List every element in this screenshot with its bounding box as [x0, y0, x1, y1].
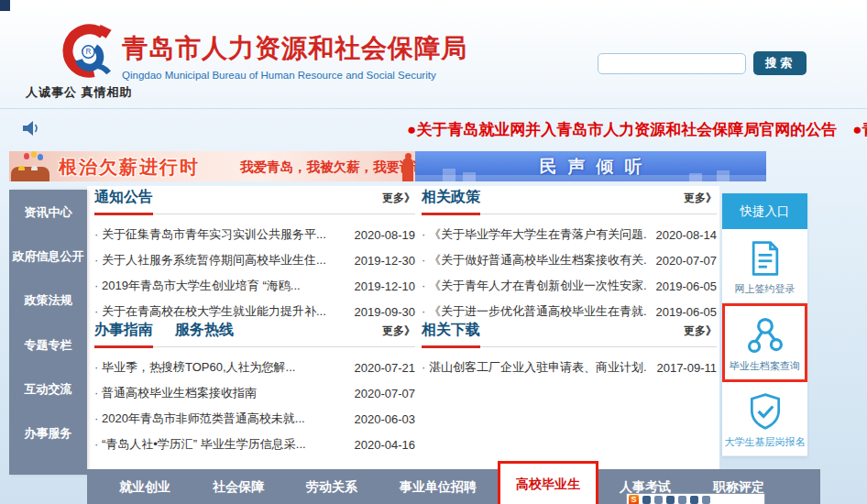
- article-link[interactable]: 关于人社服务系统暂停期间高校毕业生住...: [94, 252, 346, 268]
- notices-list: 关于征集青岛市青年实习实训公共服务平... 2020-08-19 关于人社服务系…: [94, 222, 415, 324]
- ime-icon: [702, 496, 710, 504]
- article-link[interactable]: 普通高校毕业生档案接收指南: [94, 385, 346, 401]
- list-item: 关于征集青岛市青年实习实训公共服务平... 2020-08-19: [94, 222, 415, 247]
- policies-more-link[interactable]: 更多》: [684, 191, 717, 206]
- article-link[interactable]: 毕业季，热搜榜TOP60,人社为您解...: [94, 359, 346, 376]
- notices-more-link[interactable]: 更多》: [382, 191, 415, 206]
- skyline-illustration: [717, 170, 730, 181]
- page: R 青岛市人力资源和社会保障局 Qingdao Municipal Bureau…: [0, 0, 867, 504]
- article-date: 2019-06-05: [656, 279, 718, 293]
- article-date: 2017-09-11: [656, 361, 717, 375]
- balloon-icon: [24, 153, 29, 159]
- downloads-more-link[interactable]: 更多》: [684, 323, 717, 339]
- list-item: 关于人社服务系统暂停期间高校毕业生住... 2019-12-30: [94, 247, 415, 273]
- bottom-nav-tab[interactable]: 就业创业: [98, 469, 192, 504]
- article-date: 2019-06-05: [656, 305, 718, 319]
- article-link[interactable]: 关于在青高校在校大学生就业能力提升补...: [94, 303, 346, 320]
- article-link[interactable]: 《关于做好普通高校毕业生档案接收有关...: [422, 252, 647, 268]
- ime-icon: [642, 496, 651, 504]
- article-link[interactable]: 关于征集青岛市青年实习实训公共服务平...: [94, 226, 346, 243]
- list-item: 《关于毕业学年大学生在青落户有关问题... 2020-08-14: [422, 222, 717, 247]
- ticker-text[interactable]: ●关于青岛就业网并入青岛市人力资源和社会保障局官网的公告 ●青岛人社部门开展投: [407, 119, 867, 140]
- sidebar-item[interactable]: 互动交流: [9, 381, 87, 398]
- list-item: 毕业季，热搜榜TOP60,人社为您解... 2020-07-21: [94, 355, 415, 380]
- skyline-illustration: [463, 172, 476, 181]
- ime-icon: [678, 496, 686, 504]
- sidebar-item[interactable]: 办事服务: [9, 425, 87, 442]
- bottom-nav-tab[interactable]: 高校毕业生: [498, 461, 598, 504]
- divider: [94, 214, 415, 214]
- article-date: 2020-08-14: [656, 228, 718, 242]
- quick-entry-title[interactable]: 快捷入口: [722, 193, 807, 229]
- ime-icon: [666, 496, 675, 504]
- balloon-icon: [31, 151, 37, 158]
- banner-left-subtitle: 我爱青岛，我被欠薪，我要说话: [240, 159, 415, 176]
- article-link[interactable]: 《关于毕业学年大学生在青落户有关问题...: [422, 226, 647, 243]
- banner: 根治欠薪进行时 我爱青岛，我被欠薪，我要说话 民声倾听: [9, 151, 766, 181]
- sidebar-item[interactable]: 资讯中心: [9, 204, 87, 221]
- list-item: 普通高校毕业生档案接收指南 2020-07-07: [94, 380, 415, 406]
- quick-item-grassroots-registration[interactable]: 大学生基层岗报名: [722, 382, 807, 456]
- site-subtitle: Qingdao Municipal Bureau of Human Resour…: [122, 70, 467, 81]
- divider: [422, 214, 717, 214]
- article-date: 2019-09-30: [355, 305, 416, 319]
- quick-item-online-signing[interactable]: 网上签约登录: [722, 229, 807, 303]
- voice-banner[interactable]: 民声倾听: [415, 151, 766, 181]
- shield-check-icon: [745, 391, 785, 432]
- policies-section: 相关政策 更多》 《关于毕业学年大学生在青落户有关问题... 2020-08-1…: [422, 188, 717, 324]
- list-item: 2019年青岛市大学生创业培育 “海鸥... 2019-12-10: [94, 273, 415, 299]
- article-link[interactable]: 《关于青年人才在青创新创业一次性安家...: [422, 278, 647, 294]
- guide-more-link[interactable]: 更多》: [382, 323, 415, 339]
- corner-square: [0, 0, 10, 11]
- site-title: 青岛市人力资源和社会保障局: [122, 31, 467, 66]
- banner-left-title: 根治欠薪进行时: [59, 155, 200, 180]
- guide-tab[interactable]: 办事指南: [94, 321, 153, 340]
- search-input[interactable]: [598, 53, 746, 74]
- article-link[interactable]: 《关于进一步优化普通高校毕业生在青就...: [422, 303, 647, 320]
- article-date: 2019-12-10: [355, 279, 416, 293]
- slogan: 人诚事公 真情相助: [26, 84, 133, 101]
- quick-item-label: 网上签约登录: [735, 282, 796, 296]
- hotline-tab[interactable]: 服务热线: [175, 321, 234, 340]
- guide-section: 办事指南 服务热线 更多》 毕业季，热搜榜TOP60,人社为您解... 2020…: [94, 321, 415, 457]
- policies-list: 《关于毕业学年大学生在青落户有关问题... 2020-08-14 《关于做好普通…: [422, 222, 717, 324]
- sidebar-item[interactable]: 专题专栏: [9, 337, 87, 354]
- article-link[interactable]: 2019年青岛市大学生创业培育 “海鸥...: [94, 278, 346, 294]
- bottom-nav-tab[interactable]: 社会保障: [192, 469, 285, 504]
- downloads-title: 相关下载: [422, 321, 480, 340]
- quick-item-label: 毕业生档案查询: [730, 359, 800, 373]
- sidebar-item[interactable]: 政府信息公开: [9, 248, 87, 265]
- bottom-nav-tab[interactable]: 劳动关系: [285, 469, 379, 504]
- list-item: 《关于做好普通高校毕业生档案接收有关... 2020-07-07: [422, 247, 717, 273]
- article-link[interactable]: 湛山创客工厂企业入驻申请表、商业计划...: [422, 359, 647, 376]
- share-nodes-icon: [745, 315, 785, 356]
- figure-illustration: [402, 158, 413, 181]
- brand-block: 青岛市人力资源和社会保障局 Qingdao Municipal Bureau o…: [122, 31, 467, 81]
- search-bar: 搜索: [598, 51, 807, 75]
- notices-title: 通知公告: [94, 188, 153, 207]
- downloads-section: 相关下载 更多》 湛山创客工厂企业入驻申请表、商业计划... 2017-09-1…: [422, 321, 717, 380]
- divider: [94, 346, 415, 347]
- article-date: 2020-07-21: [355, 361, 416, 375]
- svg-text:R: R: [86, 48, 92, 56]
- bottom-nav-tab[interactable]: 事业单位招聘: [379, 469, 498, 504]
- downloads-list: 湛山创客工厂企业入驻申请表、商业计划... 2017-09-11: [422, 355, 717, 380]
- article-date: 2020-06-03: [355, 412, 416, 426]
- article-link[interactable]: 2020年青岛市非师范类普通高校未就...: [94, 411, 346, 427]
- sidebar-item[interactable]: 政策法规: [9, 292, 87, 309]
- article-link[interactable]: “青岛人社•学历汇” 毕业生学历信息采...: [94, 436, 346, 453]
- article-date: 2020-07-07: [656, 254, 718, 268]
- quick-item-graduate-archive-query[interactable]: 毕业生档案查询: [722, 303, 807, 382]
- speaker-icon: [22, 120, 40, 137]
- helmet-icon: [18, 166, 25, 170]
- sidebar-nav: 资讯中心 政府信息公开 政策法规 专题专栏 互动交流 办事服务: [9, 190, 87, 475]
- list-item: 2020年青岛市非师范类普通高校未就... 2020-06-03: [94, 406, 415, 432]
- article-date: 2020-04-16: [355, 438, 416, 452]
- search-button[interactable]: 搜索: [753, 51, 807, 75]
- article-date: 2020-07-07: [355, 387, 416, 400]
- skyline-illustration: [443, 169, 455, 181]
- wage-banner[interactable]: 根治欠薪进行时 我爱青岛，我被欠薪，我要说话: [9, 151, 415, 181]
- ime-toolbar[interactable]: S: [626, 493, 765, 504]
- article-date: 2020-08-19: [355, 228, 416, 242]
- announcement-ticker: ●关于青岛就业网并入青岛市人力资源和社会保障局官网的公告 ●青岛人社部门开展投: [0, 108, 867, 151]
